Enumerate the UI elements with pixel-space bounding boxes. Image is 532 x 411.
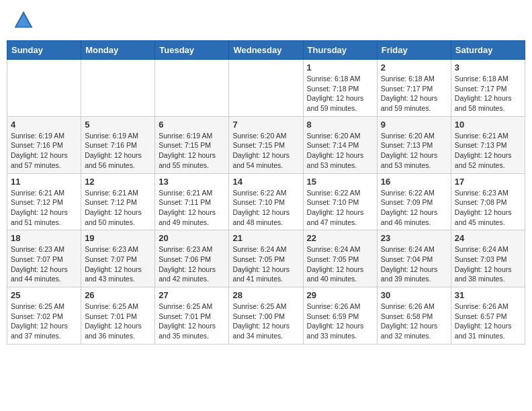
- day-number: 4: [11, 120, 77, 130]
- weekday-header-friday: Friday: [377, 41, 451, 60]
- weekday-header-sunday: Sunday: [7, 41, 81, 60]
- day-number: 2: [381, 62, 447, 73]
- day-info: Sunrise: 6:21 AM Sunset: 7:12 PM Dayligh…: [85, 188, 151, 228]
- day-number: 28: [232, 290, 299, 300]
- day-number: 7: [232, 120, 299, 130]
- day-number: 15: [307, 177, 373, 187]
- calendar-cell: [81, 60, 155, 117]
- calendar-cell: 6Sunrise: 6:19 AM Sunset: 7:15 PM Daylig…: [155, 116, 229, 173]
- calendar-cell: 28Sunrise: 6:25 AM Sunset: 7:00 PM Dayli…: [229, 287, 303, 345]
- calendar-cell: 2Sunrise: 6:18 AM Sunset: 7:17 PM Daylig…: [377, 60, 451, 117]
- week-row-1: 1Sunrise: 6:18 AM Sunset: 7:18 PM Daylig…: [7, 60, 525, 117]
- page-header: [7, 7, 525, 34]
- day-number: 17: [455, 177, 521, 187]
- calendar-cell: 8Sunrise: 6:20 AM Sunset: 7:14 PM Daylig…: [303, 116, 377, 173]
- calendar-cell: 31Sunrise: 6:26 AM Sunset: 6:57 PM Dayli…: [451, 287, 525, 345]
- day-info: Sunrise: 6:18 AM Sunset: 7:17 PM Dayligh…: [455, 74, 521, 113]
- calendar-cell: 5Sunrise: 6:19 AM Sunset: 7:16 PM Daylig…: [81, 116, 155, 173]
- day-info: Sunrise: 6:24 AM Sunset: 7:04 PM Dayligh…: [381, 244, 447, 284]
- day-number: 10: [455, 120, 521, 130]
- day-number: 14: [232, 177, 299, 187]
- day-info: Sunrise: 6:24 AM Sunset: 7:05 PM Dayligh…: [232, 244, 299, 284]
- weekday-header-wednesday: Wednesday: [229, 41, 303, 60]
- weekday-header-saturday: Saturday: [451, 41, 525, 60]
- day-number: 23: [381, 233, 447, 243]
- day-number: 6: [159, 120, 225, 130]
- day-info: Sunrise: 6:26 AM Sunset: 6:59 PM Dayligh…: [307, 302, 373, 341]
- calendar-cell: 15Sunrise: 6:22 AM Sunset: 7:10 PM Dayli…: [303, 173, 377, 230]
- day-info: Sunrise: 6:24 AM Sunset: 7:03 PM Dayligh…: [455, 244, 521, 284]
- day-number: 11: [11, 177, 77, 187]
- logo-icon: [13, 10, 34, 30]
- weekday-header-monday: Monday: [81, 41, 155, 60]
- calendar-cell: 27Sunrise: 6:25 AM Sunset: 7:01 PM Dayli…: [155, 287, 229, 345]
- day-number: 5: [85, 120, 151, 130]
- calendar-cell: 11Sunrise: 6:21 AM Sunset: 7:12 PM Dayli…: [7, 173, 81, 230]
- calendar-cell: 14Sunrise: 6:22 AM Sunset: 7:10 PM Dayli…: [229, 173, 303, 230]
- day-number: 13: [159, 177, 225, 187]
- calendar-cell: [7, 60, 81, 117]
- day-info: Sunrise: 6:23 AM Sunset: 7:06 PM Dayligh…: [159, 244, 225, 284]
- day-number: 30: [381, 290, 447, 300]
- day-number: 12: [85, 177, 151, 187]
- day-info: Sunrise: 6:26 AM Sunset: 6:57 PM Dayligh…: [455, 302, 521, 341]
- day-number: 27: [159, 290, 225, 300]
- calendar-cell: 30Sunrise: 6:26 AM Sunset: 6:58 PM Dayli…: [377, 287, 451, 345]
- calendar-cell: 29Sunrise: 6:26 AM Sunset: 6:59 PM Dayli…: [303, 287, 377, 345]
- day-number: 3: [455, 62, 521, 73]
- calendar-cell: 7Sunrise: 6:20 AM Sunset: 7:15 PM Daylig…: [229, 116, 303, 173]
- calendar-cell: 25Sunrise: 6:25 AM Sunset: 7:02 PM Dayli…: [7, 287, 81, 345]
- day-number: 31: [455, 290, 521, 300]
- day-info: Sunrise: 6:21 AM Sunset: 7:13 PM Dayligh…: [455, 131, 521, 171]
- calendar-cell: 4Sunrise: 6:19 AM Sunset: 7:16 PM Daylig…: [7, 116, 81, 173]
- week-row-2: 4Sunrise: 6:19 AM Sunset: 7:16 PM Daylig…: [7, 116, 525, 173]
- calendar-cell: 12Sunrise: 6:21 AM Sunset: 7:12 PM Dayli…: [81, 173, 155, 230]
- calendar-cell: 13Sunrise: 6:21 AM Sunset: 7:11 PM Dayli…: [155, 173, 229, 230]
- day-info: Sunrise: 6:19 AM Sunset: 7:16 PM Dayligh…: [11, 131, 77, 171]
- day-info: Sunrise: 6:25 AM Sunset: 7:02 PM Dayligh…: [11, 302, 77, 341]
- weekday-header-thursday: Thursday: [303, 41, 377, 60]
- day-info: Sunrise: 6:21 AM Sunset: 7:11 PM Dayligh…: [159, 188, 225, 228]
- day-info: Sunrise: 6:20 AM Sunset: 7:13 PM Dayligh…: [381, 131, 447, 171]
- calendar-cell: 23Sunrise: 6:24 AM Sunset: 7:04 PM Dayli…: [377, 230, 451, 287]
- day-number: 29: [307, 290, 373, 300]
- day-info: Sunrise: 6:19 AM Sunset: 7:15 PM Dayligh…: [159, 131, 225, 171]
- day-number: 18: [11, 233, 77, 243]
- day-number: 20: [159, 233, 225, 243]
- calendar-cell: 26Sunrise: 6:25 AM Sunset: 7:01 PM Dayli…: [81, 287, 155, 345]
- day-info: Sunrise: 6:24 AM Sunset: 7:05 PM Dayligh…: [307, 244, 373, 284]
- calendar-cell: 24Sunrise: 6:24 AM Sunset: 7:03 PM Dayli…: [451, 230, 525, 287]
- day-info: Sunrise: 6:19 AM Sunset: 7:16 PM Dayligh…: [85, 131, 151, 171]
- calendar-cell: 3Sunrise: 6:18 AM Sunset: 7:17 PM Daylig…: [451, 60, 525, 117]
- calendar-cell: 16Sunrise: 6:22 AM Sunset: 7:09 PM Dayli…: [377, 173, 451, 230]
- day-number: 26: [85, 290, 151, 300]
- day-info: Sunrise: 6:18 AM Sunset: 7:17 PM Dayligh…: [381, 74, 447, 113]
- day-number: 9: [381, 120, 447, 130]
- day-info: Sunrise: 6:22 AM Sunset: 7:10 PM Dayligh…: [232, 188, 299, 228]
- day-info: Sunrise: 6:25 AM Sunset: 7:01 PM Dayligh…: [159, 302, 225, 341]
- day-number: 19: [85, 233, 151, 243]
- logo: [13, 10, 36, 30]
- week-row-3: 11Sunrise: 6:21 AM Sunset: 7:12 PM Dayli…: [7, 173, 525, 230]
- calendar-cell: 22Sunrise: 6:24 AM Sunset: 7:05 PM Dayli…: [303, 230, 377, 287]
- calendar-cell: 10Sunrise: 6:21 AM Sunset: 7:13 PM Dayli…: [451, 116, 525, 173]
- day-info: Sunrise: 6:18 AM Sunset: 7:18 PM Dayligh…: [307, 74, 373, 113]
- calendar-cell: 1Sunrise: 6:18 AM Sunset: 7:18 PM Daylig…: [303, 60, 377, 117]
- calendar-cell: 17Sunrise: 6:23 AM Sunset: 7:08 PM Dayli…: [451, 173, 525, 230]
- day-number: 1: [307, 62, 373, 73]
- day-info: Sunrise: 6:21 AM Sunset: 7:12 PM Dayligh…: [11, 188, 77, 228]
- weekday-header-tuesday: Tuesday: [155, 41, 229, 60]
- calendar-cell: 20Sunrise: 6:23 AM Sunset: 7:06 PM Dayli…: [155, 230, 229, 287]
- calendar-cell: [155, 60, 229, 117]
- weekday-header-row: SundayMondayTuesdayWednesdayThursdayFrid…: [7, 41, 525, 60]
- week-row-5: 25Sunrise: 6:25 AM Sunset: 7:02 PM Dayli…: [7, 287, 525, 345]
- day-number: 24: [455, 233, 521, 243]
- calendar-cell: 21Sunrise: 6:24 AM Sunset: 7:05 PM Dayli…: [229, 230, 303, 287]
- day-number: 25: [11, 290, 77, 300]
- day-info: Sunrise: 6:23 AM Sunset: 7:08 PM Dayligh…: [455, 188, 521, 228]
- day-info: Sunrise: 6:26 AM Sunset: 6:58 PM Dayligh…: [381, 302, 447, 341]
- day-info: Sunrise: 6:25 AM Sunset: 7:00 PM Dayligh…: [232, 302, 299, 341]
- calendar-cell: 18Sunrise: 6:23 AM Sunset: 7:07 PM Dayli…: [7, 230, 81, 287]
- day-info: Sunrise: 6:22 AM Sunset: 7:09 PM Dayligh…: [381, 188, 447, 228]
- day-number: 22: [307, 233, 373, 243]
